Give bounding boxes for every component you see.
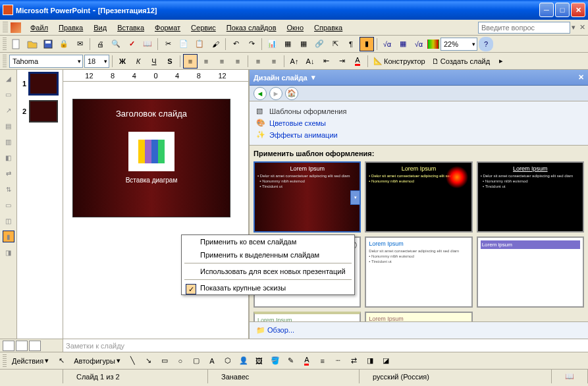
template-5[interactable]: Lorem IpsumDelor sit amet consectetuer a…: [365, 236, 472, 308]
taskpane-close-icon[interactable]: ✕: [578, 73, 584, 82]
decrease-indent-button[interactable]: ⇤: [319, 54, 333, 69]
arrow-tool[interactable]: ↘: [142, 354, 156, 368]
menu-insert[interactable]: Вставка: [112, 22, 149, 33]
template-8[interactable]: Lorem Ipsum: [365, 312, 472, 321]
help-button[interactable]: ?: [479, 37, 493, 51]
minimize-button[interactable]: ─: [539, 3, 554, 17]
menu-view[interactable]: Вид: [88, 22, 112, 33]
underline-button[interactable]: Ч: [147, 54, 161, 69]
tool5[interactable]: ▥: [3, 136, 14, 148]
permission-button[interactable]: 🔒: [57, 37, 71, 51]
align-right-button[interactable]: ≡: [215, 54, 229, 69]
email-button[interactable]: ✉: [72, 37, 87, 51]
line-weight-tool[interactable]: ≡: [315, 354, 330, 368]
copy-button[interactable]: 📄: [176, 37, 191, 51]
italic-button[interactable]: К: [131, 54, 146, 69]
align-justify-button[interactable]: ≡: [230, 54, 245, 69]
actions-menu[interactable]: Действия ▾: [8, 355, 53, 366]
tool8[interactable]: ⇅: [3, 183, 14, 195]
ctx-show-large[interactable]: Показать крупные эскизы: [182, 281, 354, 294]
fill-color-tool[interactable]: 🪣: [268, 354, 282, 368]
nav-home-button[interactable]: 🏠: [285, 87, 298, 100]
ctx-apply-all[interactable]: Применить ко всем слайдам: [182, 235, 354, 248]
template-7[interactable]: Lorem Ipsum: [254, 312, 361, 321]
template-2[interactable]: Lorem Ipsum• Delor sit amet consectetuer…: [365, 161, 472, 233]
arrow-style-tool[interactable]: ⇄: [347, 354, 361, 368]
menu-slideshow[interactable]: Показ слайдов: [221, 22, 282, 33]
tool11[interactable]: ◨: [3, 246, 14, 258]
thumb-slide-1[interactable]: [29, 72, 58, 95]
ctx-use-for-new[interactable]: Использовать для всех новых презентаций: [182, 265, 354, 278]
status-lang[interactable]: русский (Россия): [360, 370, 552, 383]
spellcheck-button[interactable]: ✓: [124, 37, 139, 51]
menu-help[interactable]: Справка: [309, 22, 348, 33]
color-toggle-button[interactable]: ▮: [360, 37, 374, 51]
font-color-button[interactable]: A: [350, 54, 365, 69]
tool2[interactable]: ▭: [3, 88, 14, 100]
tool7[interactable]: ⇄: [3, 167, 14, 179]
sorter-view-button[interactable]: [16, 341, 28, 351]
nav-fwd-button[interactable]: ►: [269, 87, 282, 100]
autoshapes-menu[interactable]: Автофигуры ▾: [70, 355, 124, 366]
equation3-button[interactable]: √α: [412, 37, 426, 51]
font-color-tool[interactable]: A: [300, 354, 314, 368]
thumb-2[interactable]: 2: [20, 100, 60, 123]
normal-view-button[interactable]: [3, 341, 14, 351]
zoom-combo[interactable]: 22%: [441, 38, 477, 51]
undo-button[interactable]: ↶: [228, 37, 243, 51]
tool9[interactable]: ▭: [3, 199, 14, 211]
bold-button[interactable]: Ж: [115, 54, 130, 69]
link-templates[interactable]: ▧Шаблоны оформления: [256, 105, 581, 117]
slideshow-view-button[interactable]: [29, 341, 41, 351]
nav-back-button[interactable]: ◄: [254, 87, 267, 100]
thumb-slide-2[interactable]: [29, 100, 58, 123]
paste-button[interactable]: 📋: [192, 37, 207, 51]
chart-button[interactable]: 📊: [265, 37, 279, 51]
more-button[interactable]: ▸: [494, 54, 508, 69]
select-tool[interactable]: ↖: [54, 354, 68, 368]
hyperlink-button[interactable]: 🔗: [312, 37, 327, 51]
maximize-button[interactable]: □: [555, 3, 570, 17]
line-tool[interactable]: ╲: [126, 354, 140, 368]
tool4[interactable]: ▤: [3, 120, 14, 132]
menu-edit[interactable]: Правка: [53, 22, 88, 33]
preview-button[interactable]: 🔍: [109, 37, 123, 51]
diagram-tool[interactable]: ⬡: [221, 354, 235, 368]
expand-button[interactable]: ⇱: [328, 37, 342, 51]
new-slide-button[interactable]: 🗋Создать слайд: [429, 57, 493, 65]
increase-font-button[interactable]: A↑: [287, 54, 302, 69]
picture-tool[interactable]: 🖼: [252, 354, 267, 368]
menu-format[interactable]: Формат: [149, 22, 186, 33]
align-center-button[interactable]: ≡: [199, 54, 213, 69]
research-button[interactable]: 📖: [140, 37, 155, 51]
clipart-tool[interactable]: 👤: [236, 354, 251, 368]
designer-button[interactable]: 📐Конструктор: [371, 57, 428, 65]
table-button[interactable]: ▦: [281, 37, 295, 51]
dropdown-icon[interactable]: ▾: [311, 73, 315, 82]
tool1[interactable]: ◢: [3, 72, 14, 84]
close-button[interactable]: ✕: [571, 3, 585, 17]
align-left-button[interactable]: ≡: [183, 54, 198, 69]
status-icon[interactable]: 📖: [552, 370, 588, 383]
notes-placeholder[interactable]: Заметки к слайду: [63, 342, 127, 350]
shadow-tool[interactable]: ◨: [363, 354, 377, 368]
shadow-button[interactable]: S: [163, 54, 177, 69]
format-painter-button[interactable]: 🖌: [208, 37, 223, 51]
help-search-input[interactable]: [478, 22, 570, 34]
flag-button[interactable]: [427, 40, 439, 49]
template-1[interactable]: Lorem Ipsum▪ Delor sit amet consectetuer…: [254, 161, 361, 233]
chart-placeholder[interactable]: [128, 132, 174, 171]
fontsize-combo[interactable]: 18: [84, 55, 109, 68]
template-6[interactable]: Lorem ipsum: [477, 236, 584, 308]
dash-tool[interactable]: ┈: [331, 354, 346, 368]
equation2-button[interactable]: ▦: [396, 37, 410, 51]
thumb-1[interactable]: 1: [20, 72, 60, 95]
save-button[interactable]: [41, 37, 55, 51]
ctx-apply-selected[interactable]: Применить к выделенным слайдам: [182, 248, 354, 262]
open-button[interactable]: [25, 37, 40, 51]
current-slide[interactable]: Заголовок слайда Вставка диаграм: [72, 99, 230, 217]
mdi-close-icon[interactable]: ✕: [579, 23, 585, 32]
print-button[interactable]: 🖨: [93, 37, 107, 51]
dropdown-icon[interactable]: ▾: [572, 23, 575, 32]
template-3[interactable]: Lorem Ipsum• Delor sit amet consectetuer…: [477, 161, 584, 233]
